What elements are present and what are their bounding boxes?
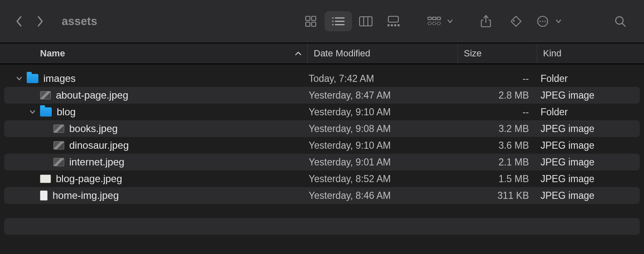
- view-mode-group: [297, 11, 407, 31]
- column-header-name[interactable]: Name: [0, 43, 308, 64]
- svg-point-28: [542, 20, 543, 22]
- svg-point-25: [513, 20, 515, 22]
- cell-kind: Folder: [538, 107, 640, 118]
- cell-size: --: [459, 107, 538, 118]
- folder-title: assets: [62, 15, 97, 28]
- column-header-kind[interactable]: Kind: [537, 43, 644, 64]
- share-button[interactable]: [472, 11, 500, 31]
- cell-size: 3.6 MB: [459, 140, 538, 151]
- image-thumb-icon: [53, 158, 64, 166]
- cell-kind: JPEG image: [538, 157, 640, 168]
- svg-rect-23: [437, 22, 440, 25]
- cell-name: images: [4, 73, 309, 84]
- file-name: dinosaur.jpeg: [69, 140, 129, 151]
- cell-date: Yesterday, 9:10 AM: [309, 140, 459, 151]
- cell-kind: Folder: [538, 73, 640, 84]
- toolbar: assets: [0, 0, 644, 43]
- cell-name: home-img.jpeg: [4, 190, 309, 201]
- cell-date: Yesterday, 8:47 AM: [309, 90, 459, 101]
- svg-point-27: [539, 20, 541, 22]
- file-name: home-img.jpeg: [53, 190, 119, 201]
- column-header-date[interactable]: Date Modified: [308, 43, 458, 64]
- empty-row-strip: [4, 218, 640, 235]
- group-by-button[interactable]: [424, 11, 455, 31]
- file-name: blog-page.jpeg: [56, 173, 122, 185]
- file-name: blog: [57, 106, 75, 118]
- svg-rect-20: [437, 17, 440, 20]
- chevron-down-icon[interactable]: [445, 11, 455, 31]
- cell-date: Today, 7:42 AM: [309, 73, 459, 84]
- svg-rect-13: [388, 16, 398, 22]
- view-list-button[interactable]: [325, 11, 352, 31]
- cell-date: Yesterday, 8:46 AM: [309, 190, 459, 201]
- file-row[interactable]: books.jpegYesterday, 9:08 AM3.2 MBJPEG i…: [4, 120, 640, 137]
- cell-name: blog: [4, 106, 309, 118]
- chevron-down-icon[interactable]: [553, 11, 564, 31]
- file-name: internet.jpeg: [69, 156, 124, 168]
- column-label: Date Modified: [314, 48, 370, 59]
- cell-kind: JPEG image: [538, 173, 640, 185]
- svg-rect-3: [312, 22, 316, 26]
- file-name: about-page.jpeg: [56, 89, 128, 101]
- cell-name: about-page.jpeg: [4, 89, 309, 101]
- file-row[interactable]: about-page.jpegYesterday, 8:47 AM2.8 MBJ…: [4, 87, 640, 104]
- folder-icon: [27, 74, 38, 83]
- svg-rect-15: [391, 24, 393, 26]
- cell-date: Yesterday, 9:01 AM: [309, 157, 459, 168]
- cell-kind: JPEG image: [538, 123, 640, 135]
- image-thumb-icon: [40, 175, 51, 183]
- nav-forward-button[interactable]: [31, 12, 49, 30]
- column-header-size[interactable]: Size: [458, 43, 537, 64]
- svg-rect-17: [397, 24, 400, 26]
- view-columns-button[interactable]: [352, 11, 380, 31]
- cell-kind: JPEG image: [538, 90, 640, 101]
- file-row[interactable]: dinosaur.jpegYesterday, 9:10 AM3.6 MBJPE…: [4, 137, 640, 154]
- image-thumb-icon: [40, 91, 51, 99]
- cell-date: Yesterday, 9:08 AM: [309, 123, 459, 135]
- cell-kind: JPEG image: [538, 190, 640, 201]
- view-icons-button[interactable]: [297, 11, 325, 31]
- cell-date: Yesterday, 8:52 AM: [309, 173, 459, 185]
- image-thumb-icon: [53, 141, 64, 150]
- cell-size: 2.8 MB: [459, 90, 538, 101]
- svg-rect-21: [428, 22, 431, 25]
- svg-rect-16: [394, 24, 396, 26]
- cell-size: 3.2 MB: [459, 123, 538, 135]
- cell-size: --: [459, 73, 538, 84]
- column-headers: Name Date Modified Size Kind: [0, 43, 644, 64]
- tags-button[interactable]: [502, 11, 530, 31]
- disclosure-triangle[interactable]: [15, 74, 23, 83]
- svg-rect-22: [433, 22, 436, 25]
- nav-back-button[interactable]: [10, 12, 28, 30]
- sort-ascending-icon: [295, 51, 302, 56]
- search-button[interactable]: [606, 11, 634, 31]
- folder-row[interactable]: blogYesterday, 9:10 AM--Folder: [4, 104, 640, 120]
- disclosure-triangle[interactable]: [28, 108, 37, 116]
- folder-row[interactable]: imagesToday, 7:42 AM--Folder: [4, 70, 640, 87]
- svg-rect-14: [387, 24, 390, 26]
- file-row[interactable]: home-img.jpegYesterday, 8:46 AM311 KBJPE…: [4, 187, 640, 204]
- cell-name: dinosaur.jpeg: [4, 140, 309, 151]
- file-name: images: [43, 73, 75, 84]
- svg-rect-2: [306, 22, 310, 26]
- svg-rect-1: [312, 16, 316, 20]
- view-gallery-button[interactable]: [380, 11, 407, 31]
- column-label: Kind: [543, 48, 561, 59]
- cell-name: blog-page.jpeg: [4, 173, 309, 185]
- cell-size: 311 KB: [459, 190, 538, 201]
- file-row[interactable]: internet.jpegYesterday, 9:01 AM2.1 MBJPE…: [4, 154, 640, 170]
- cell-name: books.jpeg: [4, 123, 309, 135]
- column-label: Size: [464, 48, 482, 59]
- svg-rect-0: [306, 16, 310, 20]
- svg-point-6: [332, 20, 333, 22]
- column-label: Name: [40, 48, 65, 59]
- svg-point-29: [544, 20, 546, 22]
- actions-menu-button[interactable]: [532, 11, 564, 31]
- cell-kind: JPEG image: [538, 140, 640, 151]
- svg-line-31: [622, 23, 625, 26]
- file-row[interactable]: blog-page.jpegYesterday, 8:52 AM1.5 MBJP…: [4, 170, 640, 187]
- svg-point-4: [332, 17, 333, 18]
- cell-date: Yesterday, 9:10 AM: [309, 107, 459, 118]
- cell-name: internet.jpeg: [4, 156, 309, 168]
- file-name: books.jpeg: [69, 123, 118, 135]
